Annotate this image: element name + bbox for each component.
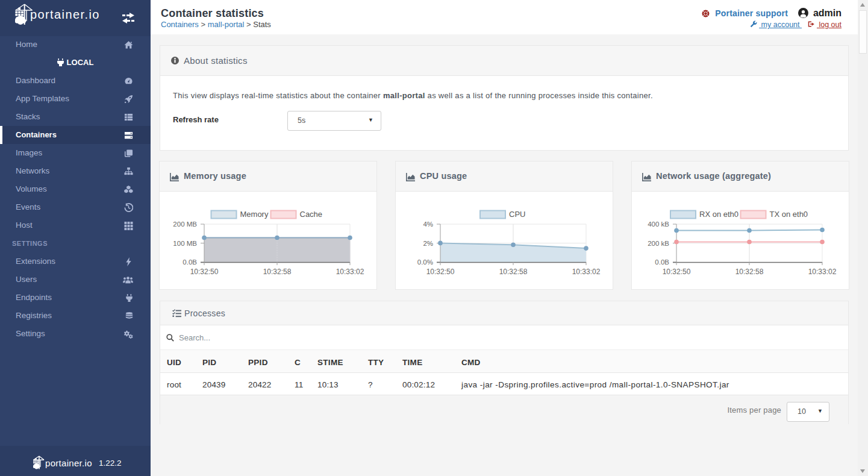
svg-text:TX on eth0: TX on eth0 (770, 210, 808, 219)
svg-text:10:32:58: 10:32:58 (499, 268, 528, 276)
svg-text:10:32:50: 10:32:50 (663, 268, 691, 276)
svg-text:400 kB: 400 kB (648, 221, 669, 228)
svg-text:200 MB: 200 MB (173, 221, 197, 228)
svg-text:0.0%: 0.0% (417, 258, 433, 266)
svg-text:10:33:02: 10:33:02 (336, 268, 364, 276)
svg-text:100 MB: 100 MB (173, 240, 197, 247)
svg-text:Memory: Memory (240, 210, 269, 219)
svg-text:10:33:02: 10:33:02 (572, 268, 601, 276)
svg-text:10:32:50: 10:32:50 (190, 268, 219, 276)
svg-text:10:32:50: 10:32:50 (426, 268, 455, 276)
svg-text:200 kB: 200 kB (648, 240, 669, 247)
svg-text:Cache: Cache (300, 210, 323, 219)
svg-text:0.0B: 0.0B (183, 258, 197, 266)
svg-text:CPU: CPU (509, 210, 525, 219)
svg-text:4%: 4% (423, 221, 433, 228)
svg-text:RX on eth0: RX on eth0 (699, 210, 738, 219)
svg-text:10:32:58: 10:32:58 (735, 268, 764, 276)
svg-text:10:32:58: 10:32:58 (263, 268, 292, 276)
svg-text:2%: 2% (423, 240, 433, 247)
svg-text:0.0B: 0.0B (655, 258, 669, 266)
svg-text:10:33:02: 10:33:02 (808, 268, 837, 276)
